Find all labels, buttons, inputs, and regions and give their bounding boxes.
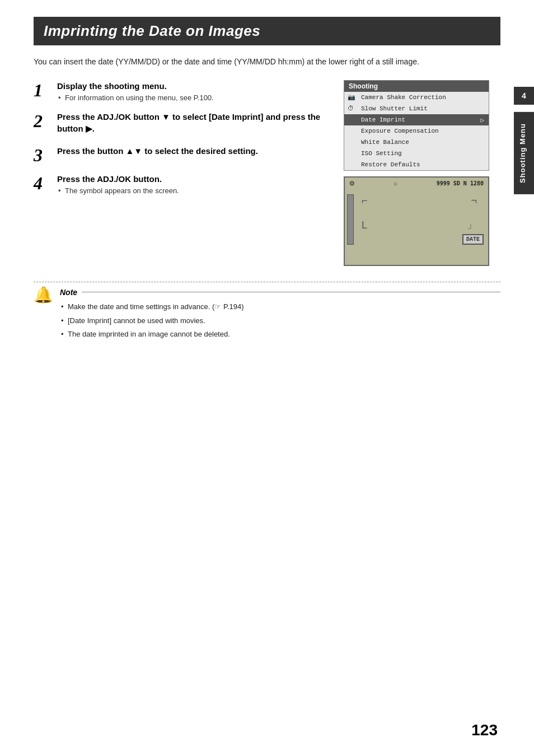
lcd-mode-icon: ⊙ — [349, 180, 354, 187]
page-container: 4 Shooting Menu Imprinting the Date on I… — [0, 0, 534, 756]
timer-icon: ⏱ — [348, 105, 354, 112]
step-4-content: Press the ADJ./OK button. The symbol app… — [57, 173, 338, 195]
note-section: 🔔 Note Make the date and time settings i… — [34, 282, 500, 343]
step-3: 3 Press the button ▲▼ to select the desi… — [34, 145, 338, 164]
step-3-number: 3 — [34, 146, 51, 164]
menu-item-date-imprint: Date Imprint ▷ — [344, 114, 489, 125]
step-1-title: Display the shooting menu. — [57, 80, 338, 92]
memory-card-strip — [347, 194, 354, 245]
step-4-sub: The symbol appears on the screen. — [57, 186, 338, 195]
step-4-number: 4 — [34, 174, 51, 192]
menu-item-4: White Balance — [344, 137, 489, 148]
step-2: 2 Press the ADJ./OK button ▼ to select [… — [34, 111, 338, 136]
step-1-sub: For information on using the menu, see P… — [57, 94, 338, 102]
note-title-line: Note — [60, 288, 500, 297]
step-2-title: Press the ADJ./OK button ▼ to select [Da… — [57, 111, 338, 134]
note-item-1: [Date Imprint] cannot be used with movie… — [60, 315, 500, 326]
step-1: 1 Display the shooting menu. For informa… — [34, 80, 338, 102]
step-3-title: Press the button ▲▼ to select the desire… — [57, 145, 338, 157]
date-badge: DATE — [462, 234, 484, 245]
note-content: Note Make the date and time settings in … — [60, 288, 500, 343]
menu-item-3: Exposure Compensation — [344, 125, 489, 137]
note-title: Note — [60, 288, 77, 297]
bracket-bl: L — [362, 214, 418, 232]
tab-number: 4 — [522, 91, 526, 100]
side-tab-number: 4 — [514, 87, 534, 105]
note-icon: 🔔 — [34, 286, 53, 304]
step-2-number: 2 — [34, 112, 51, 130]
bracket-tr: ¬ — [420, 195, 477, 212]
menu-items-list: 📷 Camera Shake Correction ⏱ Slow Shutter… — [344, 92, 489, 170]
steps-area: 1 Display the shooting menu. For informa… — [34, 80, 500, 266]
menu-item-5: ISO Setting — [344, 148, 489, 159]
page-number: 123 — [471, 721, 498, 739]
step-4-title: Press the ADJ./OK button. — [57, 173, 338, 185]
bracket-br: 」 — [420, 214, 477, 232]
menu-title: Shooting — [344, 81, 489, 92]
step-2-content: Press the ADJ./OK button ▼ to select [Da… — [57, 111, 338, 136]
camera-lcd: ⊙ ○ 9999 SD N 1280 ⌐ ¬ L 」 DATE — [344, 176, 489, 266]
bracket-tl: ⌐ — [362, 195, 418, 212]
menu-item-6: Restore Defaults — [344, 159, 489, 170]
note-item-0: Make the date and time settings in advan… — [60, 301, 500, 312]
lcd-bottom: DATE — [345, 234, 488, 248]
note-item-2: The date imprinted in an image cannot be… — [60, 329, 500, 340]
menu-item-0: 📷 Camera Shake Correction — [344, 92, 489, 103]
arrow-right-icon: ▷ — [480, 116, 484, 124]
step-4: 4 Press the ADJ./OK button. The symbol a… — [34, 173, 338, 195]
page-title: Imprinting the Date on Images — [44, 22, 260, 40]
step-1-content: Display the shooting menu. For informati… — [57, 80, 338, 102]
title-bar: Imprinting the Date on Images — [34, 17, 500, 45]
steps-left: 1 Display the shooting menu. For informa… — [34, 80, 344, 204]
tab-label: Shooting Menu — [518, 123, 527, 183]
camera-icon: 📷 — [348, 94, 355, 101]
side-tab: Shooting Menu — [514, 112, 534, 194]
lcd-status-text: 9999 SD N 1280 — [437, 180, 484, 186]
screenshots-area: Shooting 📷 Camera Shake Correction ⏱ Slo… — [344, 80, 500, 266]
af-grid: ⌐ ¬ L 」 — [345, 189, 488, 234]
menu-screenshot: Shooting 📷 Camera Shake Correction ⏱ Slo… — [344, 80, 489, 171]
intro-text: You can insert the date (YY/MM/DD) or th… — [34, 55, 500, 68]
step-1-number: 1 — [34, 81, 51, 99]
menu-item-1: ⏱ Slow Shutter Limit — [344, 103, 489, 114]
lcd-camera-icon: ○ — [394, 180, 397, 187]
lcd-top-bar: ⊙ ○ 9999 SD N 1280 — [345, 178, 488, 189]
step-3-content: Press the button ▲▼ to select the desire… — [57, 145, 338, 158]
note-divider — [82, 292, 500, 292]
